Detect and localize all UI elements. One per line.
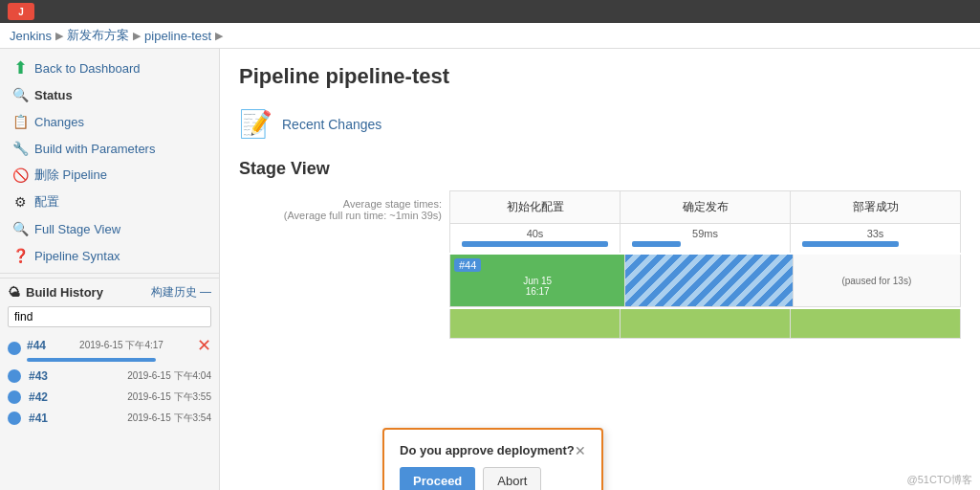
build-date-41: 2019-6-15 下午3:54 xyxy=(127,412,211,425)
sidebar-divider xyxy=(0,273,219,274)
build-params-link[interactable]: Build with Parameters xyxy=(34,142,155,156)
breadcrumb-sep-3: ▶ xyxy=(215,30,223,42)
stage-cell-43-2[interactable] xyxy=(791,309,960,338)
stage-header-0: 初始化配置 xyxy=(450,191,621,223)
approval-close-button[interactable]: ✕ xyxy=(575,444,586,457)
build-status-icon-42 xyxy=(8,390,21,404)
build-history-label: Build History xyxy=(26,285,103,300)
page-title: Pipeline pipeline-test xyxy=(239,64,961,89)
stage-header-1: 确定发布 xyxy=(621,191,791,223)
build-item-info-44: #44 2019-6-15 下午4:17 ✕ xyxy=(27,335,211,362)
sidebar-item-full-stage-view[interactable]: 🔍 Full Stage View xyxy=(0,215,219,242)
approval-dialog-title: Do you approve deployment? xyxy=(400,443,575,457)
build-item-41: #41 2019-6-15 下午3:54 xyxy=(8,410,211,427)
build-item-43: #43 2019-6-15 下午4:04 xyxy=(8,368,211,385)
build-status-icon-41 xyxy=(8,412,21,425)
sidebar-item-config[interactable]: ⚙ 配置 xyxy=(0,189,219,215)
stage-cell-43-0[interactable] xyxy=(450,309,621,338)
build-history-sun-icon: 🌤 xyxy=(8,285,20,300)
stage-cells-44: #44 Jun 1516:17 (paused for 13s) xyxy=(449,255,961,307)
sidebar-item-changes[interactable]: 📋 Changes xyxy=(0,108,219,135)
build-date-cell-44: Jun 1516:17 xyxy=(523,276,552,297)
build-progress-bar-44 xyxy=(27,358,156,362)
recent-changes-icon: 📝 xyxy=(239,108,272,140)
topbar: J xyxy=(0,0,980,23)
delete-pipeline-link[interactable]: 删除 Pipeline xyxy=(34,167,107,184)
pipeline-syntax-icon: ❓ xyxy=(11,247,29,264)
stage-time-left xyxy=(239,224,449,253)
stage-cell-44-2: (paused for 13s) xyxy=(794,255,960,306)
watermark: @51CTO博客 xyxy=(907,473,972,487)
status-search-icon: 🔍 xyxy=(11,86,29,103)
stage-cell-43-1[interactable] xyxy=(621,309,791,338)
stage-view-section: Stage View Average stage times: (Average… xyxy=(239,159,961,339)
sidebar-item-status[interactable]: 🔍 Status xyxy=(0,81,219,108)
build-link-41[interactable]: #41 xyxy=(29,412,48,425)
recent-changes-section: 📝 Recent Changes xyxy=(239,108,961,140)
sidebar-item-build-with-parameters[interactable]: 🔧 Build with Parameters xyxy=(0,135,219,162)
build-search-input[interactable] xyxy=(8,306,211,327)
abort-button[interactable]: Abort xyxy=(483,467,541,490)
build-date-42: 2019-6-15 下午3:55 xyxy=(127,390,211,404)
changes-link[interactable]: Changes xyxy=(34,115,84,129)
stage-progress-1 xyxy=(632,241,681,247)
proceed-button[interactable]: Proceed xyxy=(400,467,475,490)
stage-row-44-label xyxy=(239,255,449,307)
build-date-43: 2019-6-15 下午4:04 xyxy=(127,369,211,383)
stage-row-43-label xyxy=(239,309,449,339)
up-arrow-icon: ⬆ xyxy=(11,59,29,77)
stage-row-44: #44 Jun 1516:17 (paused for 13s) xyxy=(239,255,961,307)
avg-label: Average stage times: xyxy=(343,198,442,210)
status-label: Status xyxy=(34,88,73,102)
build-history-all-link[interactable]: 构建历史 — xyxy=(151,284,211,301)
pipeline-syntax-link[interactable]: Pipeline Syntax xyxy=(34,249,120,263)
stage-cells-43 xyxy=(449,309,961,339)
stage-time-row: 40s 59ms 33s xyxy=(239,224,961,253)
breadcrumb-pipeline[interactable]: pipeline-test xyxy=(144,29,211,43)
stage-progress-0 xyxy=(462,241,608,247)
sidebar-item-pipeline-syntax[interactable]: ❓ Pipeline Syntax xyxy=(0,242,219,269)
stage-view-title: Stage View xyxy=(239,159,961,179)
paused-text-44: (paused for 13s) xyxy=(838,272,915,290)
stage-progress-2 xyxy=(802,241,899,247)
build-history-header: 🌤 Build History 构建历史 — xyxy=(8,284,211,301)
stage-cell-44-1[interactable] xyxy=(625,255,793,306)
build-history-panel: 🌤 Build History 构建历史 — #44 2019-6-15 下午4… xyxy=(0,278,219,433)
breadcrumb-sep-1: ▶ xyxy=(55,30,63,42)
recent-changes-link[interactable]: Recent Changes xyxy=(282,117,381,132)
sidebar-item-delete-pipeline[interactable]: 🚫 删除 Pipeline xyxy=(0,162,219,189)
build-delete-44[interactable]: ✕ xyxy=(197,335,211,356)
build-status-icon-43 xyxy=(8,369,21,383)
breadcrumb-project[interactable]: 新发布方案 xyxy=(67,27,129,44)
changes-icon: 📋 xyxy=(11,113,29,130)
stage-time-0: 40s xyxy=(450,224,621,253)
stage-time-2: 33s xyxy=(791,224,960,253)
build-link-44[interactable]: #44 xyxy=(27,339,46,352)
stage-times-row: 40s 59ms 33s xyxy=(449,224,961,253)
sidebar-item-back-to-dashboard[interactable]: ⬆ Back to Dashboard xyxy=(0,55,219,81)
stage-table: Average stage times: (Average full run t… xyxy=(239,190,961,339)
avg-full-label: (Average full run time: ~1min 39s) xyxy=(284,210,442,221)
config-link[interactable]: 配置 xyxy=(34,193,59,211)
back-to-dashboard-link[interactable]: Back to Dashboard xyxy=(34,61,141,76)
breadcrumb-sep-2: ▶ xyxy=(133,30,141,42)
stage-header-2: 部署成功 xyxy=(791,191,960,223)
breadcrumb: Jenkins ▶ 新发布方案 ▶ pipeline-test ▶ xyxy=(0,23,980,49)
full-stage-icon: 🔍 xyxy=(11,220,29,237)
content-area: Pipeline pipeline-test 📝 Recent Changes … xyxy=(220,49,980,490)
build-label-44: #44 xyxy=(454,258,481,272)
stage-time-1: 59ms xyxy=(621,224,791,253)
build-date-44: 2019-6-15 下午4:17 xyxy=(79,339,163,352)
stage-cell-44-0[interactable]: #44 Jun 1516:17 xyxy=(450,255,625,306)
build-link-42[interactable]: #42 xyxy=(29,390,48,404)
build-item-44: #44 2019-6-15 下午4:17 ✕ xyxy=(8,333,211,364)
build-params-icon: 🔧 xyxy=(11,140,29,157)
build-item-42: #42 2019-6-15 下午3:55 xyxy=(8,389,211,406)
breadcrumb-jenkins[interactable]: Jenkins xyxy=(10,29,52,43)
build-status-icon-44 xyxy=(8,342,21,355)
jenkins-logo: J xyxy=(8,3,34,20)
stage-row-43 xyxy=(239,309,961,339)
build-link-43[interactable]: #43 xyxy=(29,369,48,383)
sidebar: ⬆ Back to Dashboard 🔍 Status 📋 Changes 🔧… xyxy=(0,49,220,490)
full-stage-link[interactable]: Full Stage View xyxy=(34,222,120,236)
